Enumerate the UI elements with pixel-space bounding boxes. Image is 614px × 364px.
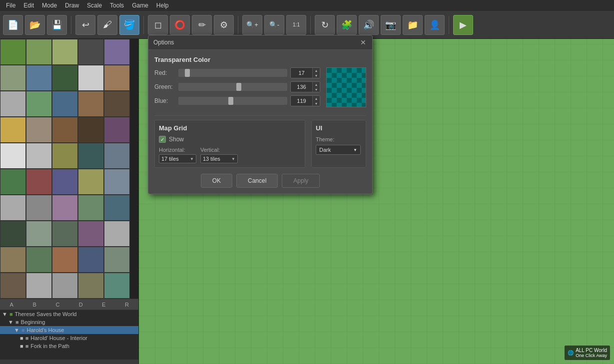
menu-mode[interactable]: Mode [38, 1, 61, 10]
red-slider[interactable] [178, 69, 287, 77]
tile-5[interactable] [104, 39, 130, 65]
tile-27[interactable] [26, 169, 52, 195]
tile-50[interactable] [104, 273, 130, 299]
blue-up-arrow[interactable]: ▲ [313, 96, 320, 101]
tile-36[interactable] [0, 221, 26, 247]
blue-arrows[interactable]: ▲ ▼ [312, 96, 320, 106]
tile-20[interactable] [104, 117, 130, 143]
green-down-arrow[interactable]: ▼ [313, 87, 320, 92]
blue-slider[interactable] [178, 97, 287, 105]
menu-game[interactable]: Game [128, 1, 152, 10]
tile-4[interactable] [78, 39, 104, 65]
menu-scale[interactable]: Scale [83, 1, 106, 10]
tile-47[interactable] [26, 273, 52, 299]
tile-12[interactable] [26, 91, 52, 117]
tile-40[interactable] [104, 221, 130, 247]
tile-42[interactable] [26, 247, 52, 273]
tile-15[interactable] [104, 91, 130, 117]
tile-9[interactable] [78, 65, 104, 91]
red-spinner[interactable]: 17 ▲ ▼ [290, 67, 320, 78]
tile-3[interactable] [52, 39, 78, 65]
special-button[interactable]: ⚙ [214, 15, 234, 35]
tile-29[interactable] [78, 169, 104, 195]
tile-34[interactable] [78, 195, 104, 221]
tile-palette[interactable] [0, 39, 138, 299]
tile-24[interactable] [78, 143, 104, 169]
tile-6[interactable] [0, 65, 26, 91]
green-up-arrow[interactable]: ▲ [313, 82, 320, 87]
tree-item-fork[interactable]: ■ ■ Fork in the Path [0, 342, 138, 350]
save-button[interactable]: 💾 [47, 15, 67, 35]
zoom-out-button[interactable]: 🔍- [264, 15, 284, 35]
menu-tools[interactable]: Tools [106, 1, 128, 10]
select-button[interactable]: ◻ [148, 15, 168, 35]
tile-41[interactable] [0, 247, 26, 273]
options-dialog[interactable]: Options ✕ Transparent Color Red: 17 [148, 35, 373, 194]
tile-7[interactable] [26, 65, 52, 91]
tile-28[interactable] [52, 169, 78, 195]
tile-17[interactable] [26, 117, 52, 143]
tile-23[interactable] [52, 143, 78, 169]
tile-19[interactable] [78, 117, 104, 143]
tile-37[interactable] [26, 221, 52, 247]
tile-35[interactable] [104, 195, 130, 221]
blue-down-arrow[interactable]: ▼ [313, 101, 320, 106]
red-arrows[interactable]: ▲ ▼ [312, 68, 320, 78]
tile-43[interactable] [52, 247, 78, 273]
theme-dropdown[interactable]: Dark ▼ [316, 145, 361, 155]
undo-button[interactable]: ↩ [75, 15, 95, 35]
tile-25[interactable] [104, 143, 130, 169]
puzzle-button[interactable]: 🧩 [337, 15, 357, 35]
tile-30[interactable] [104, 169, 130, 195]
tile-8[interactable] [52, 65, 78, 91]
tile-32[interactable] [26, 195, 52, 221]
ok-button[interactable]: OK [201, 174, 232, 188]
tree-item-therese[interactable]: ▼ ■ Therese Saves the World [0, 310, 138, 318]
open-button[interactable]: 📂 [25, 15, 45, 35]
tile-33[interactable] [52, 195, 78, 221]
red-down-arrow[interactable]: ▼ [313, 73, 320, 78]
tile-2[interactable] [26, 39, 52, 65]
tile-45[interactable] [104, 247, 130, 273]
tile-21[interactable] [0, 143, 26, 169]
green-spinner[interactable]: 136 ▲ ▼ [290, 81, 320, 92]
green-arrows[interactable]: ▲ ▼ [312, 82, 320, 92]
tile-26[interactable] [0, 169, 26, 195]
green-slider[interactable] [178, 83, 287, 91]
tile-38[interactable] [52, 221, 78, 247]
tile-48[interactable] [52, 273, 78, 299]
rotate-button[interactable]: ↻ [315, 15, 335, 35]
tile-49[interactable] [78, 273, 104, 299]
zoom-in-button[interactable]: 🔍+ [242, 15, 262, 35]
blue-spinner[interactable]: 119 ▲ ▼ [290, 95, 320, 106]
tile-14[interactable] [78, 91, 104, 117]
tile-44[interactable] [78, 247, 104, 273]
tree-item-harolds-house[interactable]: ▼ ■ Harold's House [0, 326, 138, 334]
stamp-button[interactable]: 🖌 [97, 15, 117, 35]
camera-button[interactable]: 📷 [381, 15, 401, 35]
tree-item-beginning[interactable]: ▼ ■ Beginning [0, 318, 138, 326]
menu-draw[interactable]: Draw [61, 1, 83, 10]
red-up-arrow[interactable]: ▲ [313, 68, 320, 73]
tile-22[interactable] [26, 143, 52, 169]
cancel-button[interactable]: Cancel [236, 174, 278, 188]
tree-item-interior[interactable]: ■ ■ Harold' House - Interior [0, 334, 138, 342]
tile-46[interactable] [0, 273, 26, 299]
show-checkbox[interactable]: ✓ [159, 136, 166, 143]
folder-button[interactable]: 📁 [403, 15, 423, 35]
menu-file[interactable]: File [2, 1, 19, 10]
zoom-reset-button[interactable]: 1:1 [286, 15, 306, 35]
tile-1[interactable] [0, 39, 26, 65]
person-button[interactable]: 👤 [425, 15, 445, 35]
play-button[interactable]: ▶ [453, 15, 473, 35]
horizontal-dropdown[interactable]: 17 tiles ▼ [159, 154, 196, 163]
menu-edit[interactable]: Edit [19, 1, 38, 10]
tile-13[interactable] [52, 91, 78, 117]
menu-help[interactable]: Help [152, 1, 173, 10]
tile-31[interactable] [0, 195, 26, 221]
wand-button[interactable]: ✏ [192, 15, 212, 35]
dialog-close-button[interactable]: ✕ [359, 38, 367, 46]
tree-panel[interactable]: ▼ ■ Therese Saves the World ▼ ■ Beginnin… [0, 310, 138, 360]
fill-button[interactable]: 🪣 [119, 15, 139, 35]
apply-button[interactable]: Apply [282, 174, 320, 188]
